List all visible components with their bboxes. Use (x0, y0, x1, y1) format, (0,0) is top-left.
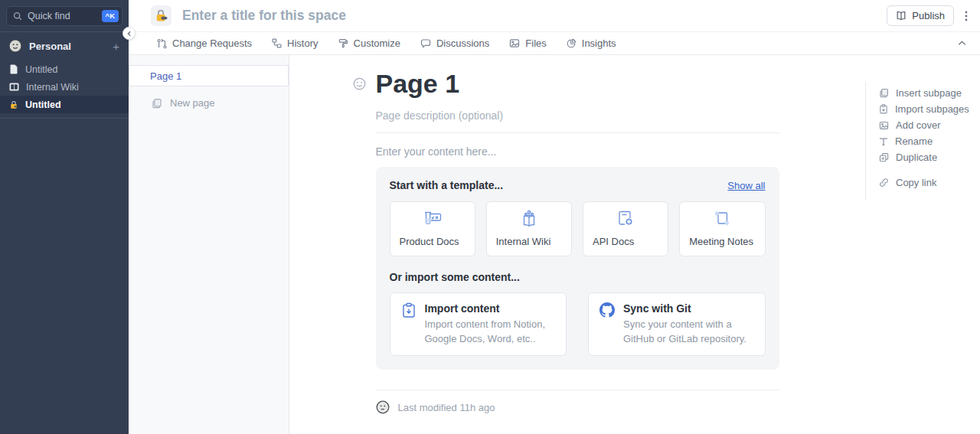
page-editor: Page 1 Page description (optional) Enter… (289, 55, 865, 434)
page-actions-menu: Insert subpage Import subpages Add cover (865, 82, 980, 200)
tab-customize[interactable]: Customize (338, 38, 400, 49)
template-card-label: Internal Wiki (496, 236, 562, 247)
tab-label: Customize (354, 38, 400, 49)
tab-label: Files (525, 38, 546, 49)
kebab-menu-icon[interactable] (965, 10, 968, 22)
menu-item-label: Add cover (896, 119, 941, 131)
sidebar-item-label: Untitled (25, 64, 57, 75)
page-emoji-picker-button[interactable] (353, 77, 366, 90)
getting-started-panel: Start with a template... Show all Produc… (376, 167, 779, 370)
menu-item-label: Rename (895, 135, 933, 147)
space-title-bar: Enter a title for this space Publish (129, 0, 980, 32)
duplicate-icon (879, 152, 889, 162)
template-card-meeting-notes[interactable]: Meeting Notes (679, 201, 765, 256)
page-list-item-selected[interactable]: Page 1 (129, 65, 289, 86)
add-cover-button[interactable]: Add cover (879, 117, 980, 133)
lock-with-key-icon (155, 9, 168, 22)
book-open-icon (896, 11, 906, 21)
search-icon (13, 11, 22, 21)
sidebar-collapse-button[interactable] (122, 27, 136, 40)
content-placeholder-input[interactable]: Enter your content here... (376, 145, 779, 158)
sidebar-item-untitled-1[interactable]: Untitled (0, 60, 129, 78)
pages-icon (152, 98, 162, 109)
last-modified-text: Last modified 11h ago (398, 402, 495, 413)
insert-subpage-icon (879, 88, 889, 98)
import-subpages-icon (879, 104, 888, 114)
tab-discussions[interactable]: Discussions (420, 38, 489, 49)
sidebar-divider (0, 118, 129, 119)
publish-button[interactable]: Publish (887, 5, 954, 26)
sidebar-item-label: Untitled (25, 100, 61, 110)
rename-button[interactable]: Rename (879, 133, 980, 149)
internal-wiki-icon (496, 210, 562, 227)
space-title-input[interactable]: Enter a title for this space (182, 8, 887, 24)
divider (376, 132, 779, 133)
templates-heading: Start with a template... (390, 179, 504, 191)
duplicate-button[interactable]: Duplicate (879, 149, 980, 165)
menu-item-label: Copy link (896, 177, 936, 188)
tab-change-requests[interactable]: Change Requests (156, 38, 252, 49)
template-card-product-docs[interactable]: Product Docs (390, 201, 475, 256)
template-card-label: Meeting Notes (689, 236, 755, 247)
tab-insights[interactable]: Insights (567, 38, 616, 49)
import-heading: Or import some content... (390, 271, 766, 283)
discussion-icon (420, 38, 431, 48)
page-title[interactable]: Page 1 (376, 69, 779, 99)
workspace-switcher[interactable]: Personal + (0, 32, 129, 59)
import-content-subtitle: Import content from Notion, Google Docs,… (425, 318, 556, 346)
lock-icon (9, 100, 18, 109)
smiley-avatar (8, 39, 22, 53)
main-area: Enter a title for this space Publish Cha… (129, 0, 980, 434)
menu-item-label: Import subpages (895, 103, 969, 115)
tab-files[interactable]: Files (509, 38, 546, 49)
space-emoji-button[interactable] (151, 5, 172, 26)
chevron-left-icon (126, 31, 132, 37)
tab-label: Change Requests (172, 38, 252, 49)
template-card-api-docs[interactable]: API Docs (583, 201, 668, 256)
insert-subpage-button[interactable]: Insert subpage (879, 85, 980, 101)
import-subpages-button[interactable]: Import subpages (879, 101, 980, 117)
tab-label: Insights (582, 38, 616, 49)
page-actions-rail: Insert subpage Import subpages Add cover (865, 55, 980, 434)
app-window: Quick find ^K Personal + Untitled Int (0, 0, 980, 434)
template-card-label: Product Docs (400, 236, 466, 247)
quick-find-input[interactable]: Quick find ^K (6, 6, 122, 26)
page-title-label: Page 1 (150, 70, 181, 82)
import-content-title: Import content (425, 302, 556, 315)
publish-label: Publish (912, 10, 945, 21)
import-icon (401, 302, 416, 318)
customize-icon (338, 38, 348, 48)
document-icon (9, 64, 18, 74)
add-cover-icon (879, 121, 889, 130)
template-card-list: Product Docs Internal Wiki (390, 201, 766, 256)
show-all-templates-link[interactable]: Show all (727, 180, 765, 191)
api-docs-icon (593, 210, 658, 227)
sidebar-item-untitled-2-selected[interactable]: Untitled (0, 96, 129, 113)
add-space-button[interactable]: + (113, 41, 119, 52)
new-page-button[interactable]: New page (129, 97, 289, 109)
sidebar-item-internal-wiki[interactable]: Internal Wiki (0, 78, 129, 96)
sidebar-item-label: Internal Wiki (26, 82, 79, 93)
quick-find-shortcut-badge: ^K (102, 10, 119, 22)
new-page-label: New page (170, 97, 215, 109)
files-icon (509, 38, 520, 48)
copy-link-button[interactable]: Copy link (879, 175, 980, 191)
space-tab-bar: Change Requests History Customize Discus… (129, 32, 980, 55)
import-content-card[interactable]: Import content Import content from Notio… (390, 292, 567, 356)
page-description-input[interactable]: Page description (optional) (376, 109, 779, 122)
content-area: Page 1 New page (129, 55, 980, 434)
sync-with-git-card[interactable]: Sync with Git Sync your content with a G… (588, 292, 766, 356)
template-card-internal-wiki[interactable]: Internal Wiki (486, 201, 572, 256)
page-footer: Last modified 11h ago (376, 390, 779, 414)
history-icon (272, 38, 282, 48)
sync-with-git-subtitle: Sync your content with a GitHub or GitLa… (623, 318, 754, 346)
workspace-name: Personal (29, 41, 106, 52)
workspace-sidebar: Quick find ^K Personal + Untitled Int (0, 0, 129, 434)
chevron-up-icon[interactable] (958, 41, 966, 46)
rename-icon (879, 137, 888, 146)
space-list: Untitled Internal Wiki Untitled (0, 59, 129, 118)
book-icon (9, 83, 19, 91)
tab-history[interactable]: History (272, 38, 318, 49)
quick-find-label: Quick find (28, 11, 96, 21)
pages-panel: Page 1 New page (129, 55, 289, 434)
